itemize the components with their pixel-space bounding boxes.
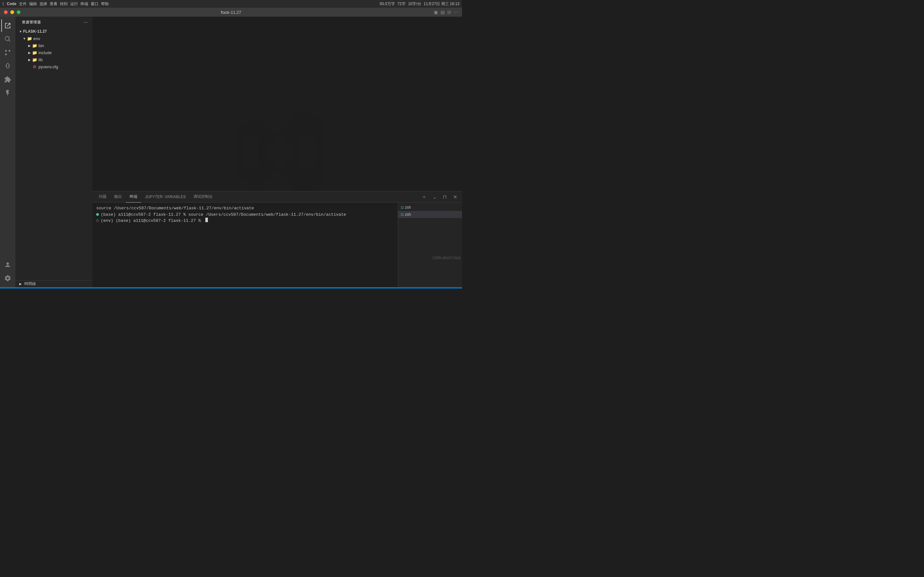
bin-label: bin [39, 43, 44, 48]
menu-terminal[interactable]: 终端 [81, 1, 88, 7]
terminal-line-2: (base) a111@ccv587-2 flask-11.27 % sourc… [96, 211, 394, 218]
panel-tab-jupyter[interactable]: JUPYTER: VARIABLES [141, 191, 190, 203]
maximize-panel-button[interactable]: ⊓ [440, 192, 449, 201]
system-status-right: 93.0万字 72字 10字/分 11月27日 周三 16:13 [380, 1, 459, 7]
sidebar-timeline[interactable]: ▶ 時間線 [15, 280, 92, 287]
terminal-dot-green [96, 213, 99, 216]
tree-item-include[interactable]: ▶ 📁 include [15, 49, 92, 56]
minimize-button[interactable] [10, 10, 14, 14]
lib-label: lib [39, 57, 43, 62]
remote-status[interactable]: ◎ Go Live [3, 287, 24, 288]
tree-item-pyvenv[interactable]: ▶ ⚙ pyvenv.cfg [15, 63, 92, 70]
menu-view[interactable]: 查看 [50, 1, 57, 7]
sidebar: 资源管理器 ··· ▼ FLASK-11.27 ▼ 📁 env ▶ 📁 bin [15, 17, 92, 287]
terminal-text-1: source /Users/ccv587/Documents/web/flask… [96, 205, 254, 211]
typing-speed: 10字/分 [408, 1, 421, 7]
activity-extensions[interactable] [1, 73, 14, 86]
lib-arrow: ▶ [27, 57, 32, 62]
terminal-instance-label-1: zsh [405, 205, 411, 210]
menu-run[interactable]: 运行 [70, 1, 78, 7]
status-bar-left: ◎ Go Live ⊗ 0 ⚠ 0 [3, 287, 47, 288]
status-bar-right: 🔔 [451, 287, 459, 288]
folder-lib-icon: 📁 [32, 57, 37, 62]
sidebar-layout-icon[interactable]: ▤ [441, 10, 445, 15]
activity-explorer[interactable] [1, 19, 14, 32]
file-tree: ▼ FLASK-11.27 ▼ 📁 env ▶ 📁 bin ▶ 📁 includ… [15, 28, 92, 280]
panel-layout-icon[interactable]: ▣ [434, 10, 438, 15]
notifications-button[interactable]: 🔔 [451, 287, 459, 288]
panel-tab-terminal[interactable]: 终端 [126, 191, 141, 203]
sidebar-more-button[interactable]: ··· [83, 19, 89, 26]
include-label: include [39, 50, 52, 55]
terminal-instance-icon-2: ⊡ [401, 213, 404, 217]
panel-tab-debug-console[interactable]: 调试控制台 [190, 191, 216, 203]
panel-tab-output[interactable]: 输出 [110, 191, 126, 203]
terminal-instance-1[interactable]: ⊡ zsh [398, 204, 462, 211]
terminal-instance-2[interactable]: ⊡ zsh [398, 211, 462, 218]
panel-tab-problems[interactable]: 问题 [95, 191, 110, 203]
terminal-content[interactable]: source /Users/ccv587/Documents/web/flask… [92, 203, 398, 287]
timeline-label: 時間線 [24, 281, 36, 287]
menu-edit[interactable]: 编辑 [29, 1, 37, 7]
pyvenv-label: pyvenv.cfg [39, 64, 58, 69]
menu-window[interactable]: 窗口 [91, 1, 99, 7]
traffic-lights [4, 10, 21, 14]
panel: 问题 输出 终端 JUPYTER: VARIABLES 调试控制台 ＋ ⌄ [92, 191, 462, 287]
activity-testing[interactable] [1, 87, 14, 99]
terminal-text-3: (env) (base) a111@ccv587-2 flask-11.27 % [101, 218, 204, 224]
vscode-watermark [229, 104, 325, 200]
folder-icon: 📁 [27, 36, 32, 41]
env-arrow: ▼ [22, 36, 27, 41]
config-icon: ⚙ [32, 64, 37, 69]
status-bar: ◎ Go Live ⊗ 0 ⚠ 0 🔔 [0, 287, 462, 288]
window-title: flask-11.27 [221, 10, 241, 15]
root-label: FLASK-11.27 [23, 29, 47, 34]
svg-point-3 [6, 263, 9, 265]
timeline-arrow: ▶ [18, 282, 23, 287]
app-body: 资源管理器 ··· ▼ FLASK-11.27 ▼ 📁 env ▶ 📁 bin [0, 17, 462, 287]
activity-settings[interactable] [1, 272, 14, 285]
menu-left:  Code 文件 编辑 选择 查看 转到 运行 终端 窗口 帮助 [3, 1, 109, 7]
tree-item-env[interactable]: ▼ 📁 env [15, 35, 92, 42]
datetime: 11月27日 周三 16:13 [424, 1, 459, 7]
system-menu-bar:  Code 文件 编辑 选择 查看 转到 运行 终端 窗口 帮助 93.0万字… [0, 0, 462, 8]
menu-help[interactable]: 帮助 [101, 1, 109, 7]
more-layout-icon[interactable]: ⋯ [454, 10, 458, 15]
sidebar-header: 资源管理器 ··· [15, 17, 92, 28]
apple-icon[interactable]:  [3, 1, 4, 6]
activity-debug[interactable] [1, 60, 14, 73]
split-terminal-button[interactable]: ⌄ [430, 192, 439, 201]
svg-point-0 [5, 53, 7, 55]
env-label: env [33, 36, 40, 41]
tree-item-bin[interactable]: ▶ 📁 bin [15, 42, 92, 49]
folder-include-icon: 📁 [32, 50, 37, 55]
terminal-dot-gray [96, 219, 99, 222]
split-layout-icon[interactable]: ⊟ [447, 10, 451, 15]
warnings-status[interactable]: ⚠ 0 [36, 287, 47, 288]
activity-remote[interactable] [1, 258, 14, 271]
terminal-cursor [205, 218, 208, 222]
activity-git[interactable] [1, 46, 14, 59]
app-name[interactable]: Code [7, 2, 16, 6]
add-terminal-button[interactable]: ＋ [420, 192, 429, 201]
terminal-instances-sidebar: ⊡ zsh ⊡ zsh [398, 203, 462, 287]
errors-status[interactable]: ⊗ 0 [25, 287, 35, 288]
maximize-button[interactable] [17, 10, 21, 14]
menu-file[interactable]: 文件 [19, 1, 27, 7]
titlebar: flask-11.27 ▣ ▤ ⊟ ⋯ [0, 8, 462, 17]
word-count: 93.0万字 [380, 1, 395, 7]
tree-item-lib[interactable]: ▶ 📁 lib [15, 56, 92, 63]
activity-search[interactable] [1, 33, 14, 45]
include-arrow: ▶ [27, 50, 32, 55]
terminal-line-3: (env) (base) a111@ccv587-2 flask-11.27 % [96, 218, 394, 224]
terminal-instance-icon-1: ⊡ [401, 205, 404, 210]
close-panel-button[interactable]: ✕ [451, 192, 459, 201]
svg-point-2 [5, 50, 7, 52]
close-button[interactable] [4, 10, 8, 14]
titlebar-right-controls: ▣ ▤ ⊟ ⋯ [434, 10, 458, 15]
folder-bin-icon: 📁 [32, 43, 37, 48]
menu-select[interactable]: 选择 [39, 1, 47, 7]
menu-goto[interactable]: 转到 [60, 1, 68, 7]
tree-root-flask[interactable]: ▼ FLASK-11.27 [15, 28, 92, 35]
terminal-line-1: source /Users/ccv587/Documents/web/flask… [96, 205, 394, 211]
